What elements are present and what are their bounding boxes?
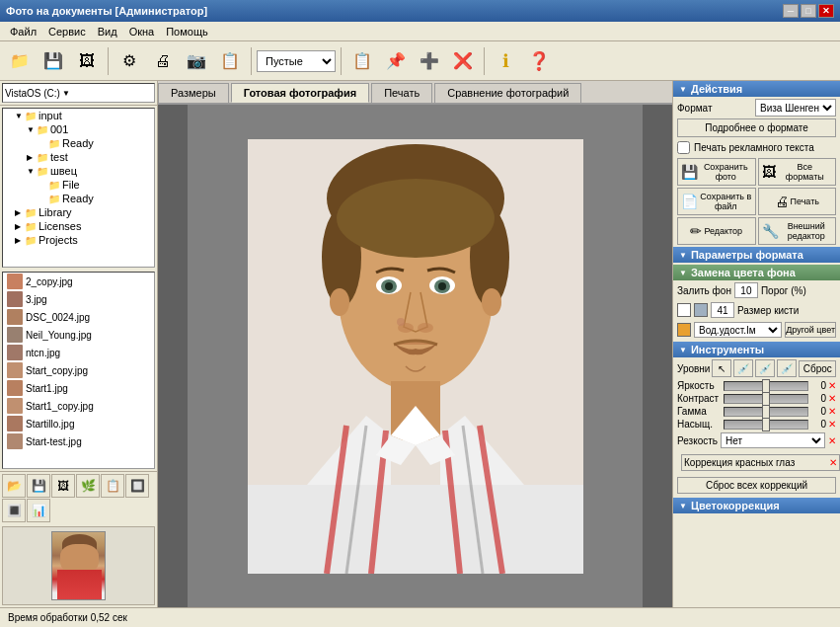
drive-combo[interactable]: VistaOS (C:) ▼ [2, 83, 155, 103]
minimize-button[interactable]: ─ [783, 4, 799, 18]
brush-size-input[interactable] [711, 302, 734, 318]
bg-color-box[interactable] [677, 323, 691, 337]
tb-add-button[interactable]: ➕ [414, 45, 445, 77]
color-box-2[interactable] [694, 303, 708, 317]
drive-arrow-icon: ▼ [62, 89, 70, 98]
color-box-1[interactable] [677, 303, 691, 317]
tb-print-button[interactable]: 🖨 [147, 45, 179, 77]
expand-icon[interactable]: ▼ [27, 125, 37, 134]
menu-help[interactable]: Помощь [160, 24, 214, 39]
file-item[interactable]: Start-test.jpg [3, 432, 154, 450]
menu-view[interactable]: Вид [92, 24, 123, 39]
tab-sizes[interactable]: Размеры [158, 83, 229, 103]
menu-windows[interactable]: Окна [123, 24, 161, 39]
menu-service[interactable]: Сервис [42, 24, 92, 39]
file-item[interactable]: 2_copy.jpg [3, 273, 154, 290]
levels-eyedropper-btn[interactable]: 💉 [733, 359, 753, 377]
lb-btn-2[interactable]: 💾 [27, 474, 50, 498]
tb-save-button[interactable]: 💾 [38, 45, 69, 77]
tree-item-library[interactable]: ▶ 📁 Library [3, 205, 154, 219]
expand-icon[interactable]: ▶ [15, 208, 25, 217]
levels-eyedropper3-btn[interactable]: 💉 [777, 359, 797, 377]
tb-copy-button[interactable]: 📋 [346, 45, 378, 77]
file-item[interactable]: Start1_copy.jpg [3, 397, 154, 415]
lb-btn-7[interactable]: 🔳 [2, 499, 26, 522]
all-formats-button[interactable]: 🖼 Все форматы [758, 158, 837, 186]
fill-input[interactable] [734, 282, 758, 298]
gamma-reset-icon[interactable]: ✕ [828, 406, 836, 417]
tree-item-001[interactable]: ▼ 📁 001 [3, 122, 154, 136]
tb-open-button[interactable]: 📁 [4, 45, 36, 77]
file-item[interactable]: ntcn.jpg [3, 344, 154, 361]
tb-photo-button[interactable]: 🖼 [71, 45, 103, 77]
tb-paste-button[interactable]: 📌 [380, 45, 412, 77]
gamma-slider[interactable] [724, 407, 808, 417]
tb-scan-button[interactable]: 📋 [214, 45, 246, 77]
editor-button[interactable]: ✏ Редактор [677, 217, 756, 245]
maximize-button[interactable]: □ [801, 4, 816, 18]
save-photo-button[interactable]: 💾 Сохранить фото [677, 158, 756, 186]
brightness-reset-icon[interactable]: ✕ [828, 380, 836, 391]
tb-help-button[interactable]: ❓ [523, 45, 555, 77]
template-dropdown[interactable]: Пустые [257, 50, 336, 72]
tree-item-file[interactable]: 📁 File [3, 178, 154, 192]
saturation-slider[interactable] [724, 420, 808, 430]
file-item[interactable]: Startillo.jpg [3, 415, 154, 432]
print-button[interactable]: 🖨 Печать [758, 188, 837, 215]
lb-btn-3[interactable]: 🖼 [51, 474, 75, 498]
save-photo-label: Сохранить фото [700, 162, 752, 182]
reset-all-button[interactable]: Сброс всех коррекций [677, 477, 836, 494]
close-button[interactable]: ✕ [818, 4, 834, 18]
file-item[interactable]: Start_copy.jpg [3, 361, 154, 379]
save-file-button[interactable]: 📄 Сохранить в файл [677, 188, 756, 215]
lb-btn-8[interactable]: 📊 [27, 499, 50, 522]
lb-btn-4[interactable]: 🌿 [76, 474, 100, 498]
tree-item-test[interactable]: ▶ 📁 test [3, 150, 154, 164]
expand-icon[interactable]: ▶ [15, 236, 25, 245]
tb-settings-button[interactable]: ⚙ [114, 45, 145, 77]
tab-print[interactable]: Печать [371, 83, 432, 103]
levels-eyedropper2-btn[interactable]: 💉 [755, 359, 775, 377]
expand-icon[interactable]: ▼ [27, 167, 37, 176]
levels-cursor-btn[interactable]: ↖ [712, 359, 731, 377]
format-combo[interactable]: Виза Шенген [755, 99, 836, 117]
print-advert-row: Печать рекламного текста [673, 139, 840, 156]
detail-button[interactable]: Подробнее о формате [677, 118, 836, 137]
lb-btn-6[interactable]: 🔲 [125, 474, 149, 498]
bg-color-combo[interactable]: Вод.удост.Iм [694, 322, 782, 338]
sharpness-combo[interactable]: Нет [721, 432, 825, 448]
tree-item-projects[interactable]: ▶ 📁 Projects [3, 233, 154, 247]
lb-btn-1[interactable]: 📂 [2, 474, 26, 498]
redeye-button[interactable]: Коррекция красных глаз ✕ [681, 454, 840, 471]
brightness-slider[interactable] [724, 381, 808, 391]
expand-icon[interactable]: ▼ [15, 112, 25, 120]
tab-compare[interactable]: Сравнение фотографий [434, 83, 581, 103]
folder-icon: 📁 [48, 138, 60, 149]
tree-item-shvets[interactable]: ▼ 📁 швец [3, 164, 154, 178]
tb-delete-button[interactable]: ❌ [447, 45, 479, 77]
contrast-slider[interactable] [724, 394, 808, 404]
tree-item-ready2[interactable]: 📁 Ready [3, 192, 154, 205]
tree-item-licenses[interactable]: ▶ 📁 Licenses [3, 219, 154, 233]
menu-file[interactable]: Файл [4, 24, 42, 39]
tree-item-ready1[interactable]: 📁 Ready [3, 136, 154, 150]
other-color-button[interactable]: Другой цвет [785, 322, 836, 338]
sharpness-reset-icon[interactable]: ✕ [828, 435, 836, 446]
tb-info-button[interactable]: ℹ [490, 45, 521, 77]
file-item[interactable]: DSC_0024.jpg [3, 308, 154, 326]
expand-icon[interactable]: ▶ [15, 222, 25, 231]
tree-item-input[interactable]: ▼ 📁 input [3, 109, 154, 122]
lb-btn-5[interactable]: 📋 [101, 474, 124, 498]
ext-editor-button[interactable]: 🔧 Внешний редактор [758, 217, 837, 245]
expand-icon[interactable]: ▶ [27, 153, 37, 162]
file-item[interactable]: Neil_Young.jpg [3, 326, 154, 344]
saturation-reset-icon[interactable]: ✕ [828, 419, 836, 430]
file-item[interactable]: 3.jpg [3, 290, 154, 308]
tb-camera-button[interactable]: 📷 [181, 45, 212, 77]
contrast-reset-icon[interactable]: ✕ [828, 393, 836, 404]
folder-icon: 📁 [25, 111, 37, 121]
reset-button[interactable]: Сброс [799, 360, 836, 377]
file-item[interactable]: Start1.jpg [3, 379, 154, 397]
print-advert-checkbox[interactable] [677, 141, 690, 154]
tab-ready-photo[interactable]: Готовая фотография [231, 83, 369, 103]
